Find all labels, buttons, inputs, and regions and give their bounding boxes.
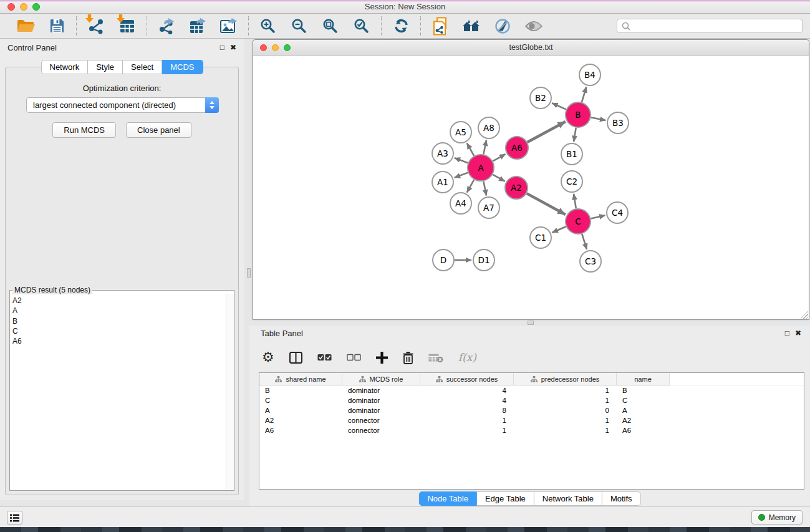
tab-network[interactable]: Network (41, 60, 88, 74)
zoom-selected-icon[interactable] (350, 16, 373, 36)
graph-edge-C-C2[interactable] (574, 194, 576, 209)
save-session-icon[interactable] (46, 16, 68, 36)
column-header-mcds-role[interactable]: MCDS role (342, 373, 420, 385)
optimization-criterion-dropdown[interactable]: largest connected component (directed) (26, 97, 219, 113)
table-cell[interactable]: C (617, 397, 670, 404)
table-cell[interactable]: A (259, 407, 342, 414)
table-cell[interactable]: connector (342, 417, 420, 424)
import-table-icon[interactable] (116, 16, 138, 36)
search-input[interactable] (634, 22, 798, 31)
float-panel-icon[interactable]: □ (220, 43, 224, 52)
graph-edge-A-A3[interactable] (455, 158, 468, 163)
graph-edge-A2-C[interactable] (527, 193, 566, 215)
export-network-icon[interactable] (155, 16, 178, 36)
table-settings-icon[interactable]: ⚙ (262, 351, 274, 364)
table-cell[interactable]: dominator (342, 397, 420, 404)
column-header-name[interactable]: name (617, 373, 670, 385)
table-cell[interactable]: 1 (514, 397, 617, 404)
table-cell[interactable]: 8 (420, 407, 514, 414)
graph-edge-B-B2[interactable] (552, 103, 566, 109)
network-window-titlebar[interactable]: testGlobe.txt (253, 40, 809, 56)
table-cell[interactable]: A (617, 407, 670, 414)
graph-edge-B-B3[interactable] (591, 117, 606, 120)
table-cell[interactable]: connector (342, 427, 420, 434)
graph-edge-C-C4[interactable] (591, 215, 605, 218)
graph-edge-A6-B[interactable] (528, 122, 566, 142)
zoom-fit-icon[interactable] (319, 16, 342, 36)
table-cell[interactable]: 1 (514, 387, 617, 394)
table-cell[interactable]: dominator (342, 407, 420, 414)
table-cell[interactable]: 0 (514, 407, 617, 414)
table-cell[interactable]: 4 (420, 397, 514, 404)
tab-network-table[interactable]: Network Table (534, 491, 602, 506)
memory-button[interactable]: Memory (751, 510, 803, 525)
result-list-scrollbar[interactable] (226, 294, 234, 490)
hide-graphics-details-icon[interactable] (491, 16, 514, 36)
table-row-a2[interactable]: A2connector11A2 (259, 415, 804, 425)
new-network-from-selection-icon[interactable] (429, 16, 451, 36)
graph-edge-C-C3[interactable] (582, 234, 587, 249)
tab-node-table[interactable]: Node Table (418, 491, 477, 506)
result-item-b[interactable]: B (10, 316, 226, 326)
table-row-a6[interactable]: A6connector11A6 (259, 425, 804, 435)
export-table-icon[interactable] (186, 16, 209, 36)
import-network-icon[interactable] (85, 16, 107, 36)
close-network-window-icon[interactable] (260, 44, 267, 51)
table-cell[interactable]: 4 (420, 387, 514, 394)
tab-edge-table[interactable]: Edge Table (477, 491, 534, 506)
column-header-predecessor-nodes[interactable]: predecessor nodes (514, 373, 617, 385)
tab-style[interactable]: Style (88, 60, 123, 74)
table-cell[interactable]: 1 (420, 427, 514, 434)
minimize-network-window-icon[interactable] (272, 44, 279, 51)
vertical-divider-grip[interactable] (247, 268, 251, 278)
table-cell[interactable]: 1 (420, 417, 514, 424)
result-item-c[interactable]: C (10, 326, 226, 336)
node-table[interactable]: shared nameMCDS rolesuccessor nodesprede… (259, 372, 804, 490)
tab-motifs[interactable]: Motifs (602, 491, 641, 506)
horizontal-divider-grip[interactable] (528, 321, 534, 325)
table-cell[interactable]: 1 (514, 417, 617, 424)
table-cell[interactable]: B (617, 387, 670, 394)
tab-mcds[interactable]: MCDS (162, 60, 203, 74)
table-cell[interactable]: B (259, 387, 342, 394)
table-row-c[interactable]: Cdominator41C (259, 395, 804, 405)
open-session-icon[interactable] (14, 16, 37, 36)
result-item-a2[interactable]: A2 (10, 296, 226, 306)
deselect-all-checkboxes-icon[interactable] (347, 354, 361, 361)
graph-edge-A-A1[interactable] (455, 173, 468, 178)
table-cell[interactable]: A6 (259, 427, 342, 434)
first-neighbors-icon[interactable] (460, 16, 483, 36)
table-cell[interactable]: A2 (259, 417, 342, 424)
table-row-b[interactable]: Bdominator41B (259, 385, 804, 395)
graph-edge-A-A4[interactable] (467, 180, 474, 192)
show-columns-icon[interactable] (289, 352, 302, 364)
graph-edge-B-B4[interactable] (582, 87, 586, 102)
close-panel-button[interactable]: Close panel (126, 122, 191, 138)
refresh-view-icon[interactable] (390, 16, 412, 36)
graph-edge-A-A2[interactable] (493, 175, 505, 181)
graph-edge-A-A8[interactable] (483, 140, 486, 155)
graph-edge-A-A6[interactable] (493, 154, 505, 161)
zoom-in-icon[interactable] (257, 16, 279, 36)
add-column-icon[interactable] (376, 352, 388, 364)
export-image-icon[interactable] (218, 16, 240, 36)
run-mcds-button[interactable]: Run MCDS (52, 122, 116, 138)
table-cell[interactable]: C (259, 397, 342, 404)
dropdown-stepper-icon[interactable] (205, 97, 219, 113)
float-table-panel-icon[interactable]: □ (785, 329, 789, 337)
graph-edge-A-A7[interactable] (483, 181, 486, 196)
search-box[interactable] (617, 19, 803, 33)
table-cell[interactable]: A2 (617, 417, 670, 424)
result-item-a6[interactable]: A6 (10, 336, 226, 346)
table-cell[interactable]: dominator (342, 387, 420, 394)
delete-column-icon[interactable] (403, 351, 413, 364)
task-history-button[interactable] (7, 511, 22, 525)
zoom-network-window-icon[interactable] (284, 44, 291, 51)
network-canvas[interactable]: B4B2BB3A8A5A6B1A3AC2A1A2A4A7C4CC1C3DD1 (253, 56, 809, 319)
select-all-checkboxes-icon[interactable] (317, 354, 332, 361)
column-header-successor-nodes[interactable]: successor nodes (420, 373, 514, 385)
graph-edge-A-A5[interactable] (467, 143, 474, 155)
close-table-panel-icon[interactable]: ✖ (795, 329, 801, 337)
table-cell[interactable]: 1 (514, 427, 617, 434)
graph-edge-B-B1[interactable] (574, 128, 576, 142)
